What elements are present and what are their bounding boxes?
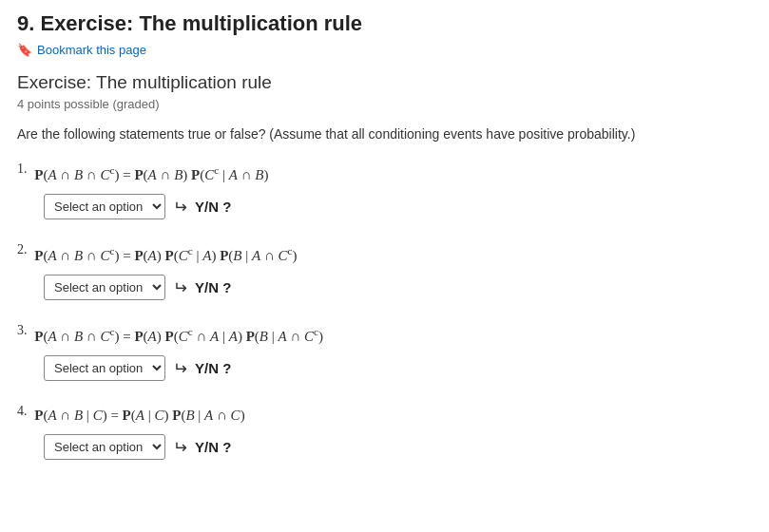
select-4[interactable]: Select an option True False xyxy=(44,434,165,460)
item-number-3: 3. xyxy=(17,323,28,338)
bookmark-label: Bookmark this page xyxy=(37,43,146,57)
answer-row-3: Select an option True False ↵ Y/N ? xyxy=(44,355,752,381)
item-number-2: 2. xyxy=(17,242,28,257)
exercise-item-3: 3. P(A ∩ B ∩ Cc) = P(A) P(Cc ∩ A | A) P(… xyxy=(17,323,752,381)
bookmark-icon: 🔖 xyxy=(17,43,32,57)
section-title: Exercise: The multiplication rule xyxy=(17,72,752,93)
answer-row-4: Select an option True False ↵ Y/N ? xyxy=(44,434,752,460)
item-number-1: 1. xyxy=(17,162,28,177)
instructions: Are the following statements true or fal… xyxy=(17,124,752,144)
answer-row-1: Select an option True False ↵ Y/N ? xyxy=(44,194,752,219)
yn-label-1: Y/N ? xyxy=(195,199,231,215)
exercise-item-1: 1. P(A ∩ B ∩ Cc) = P(A ∩ B) P(Cc | A ∩ B… xyxy=(17,162,752,219)
math-statement-4: P(A ∩ B | C) = P(A | C) P(B | A ∩ C) xyxy=(31,404,245,427)
exercise-item-2: 2. P(A ∩ B ∩ Cc) = P(A) P(Cc | A) P(B | … xyxy=(17,242,752,300)
select-1[interactable]: Select an option True False xyxy=(44,194,165,219)
yn-label-3: Y/N ? xyxy=(195,360,231,376)
exercise-item-4: 4. P(A ∩ B | C) = P(A | C) P(B | A ∩ C) … xyxy=(17,404,752,460)
item-number-4: 4. xyxy=(17,404,28,419)
select-2[interactable]: Select an option True False xyxy=(44,275,165,300)
arrow-icon-3: ↵ xyxy=(173,358,187,379)
yn-label-4: Y/N ? xyxy=(195,439,231,455)
math-statement-2: P(A ∩ B ∩ Cc) = P(A) P(Cc | A) P(B | A ∩… xyxy=(31,242,298,267)
arrow-icon-1: ↵ xyxy=(173,197,187,218)
exercise-list: 1. P(A ∩ B ∩ Cc) = P(A ∩ B) P(Cc | A ∩ B… xyxy=(17,162,752,460)
arrow-icon-4: ↵ xyxy=(173,437,187,458)
math-statement-1: P(A ∩ B ∩ Cc) = P(A ∩ B) P(Cc | A ∩ B) xyxy=(31,162,269,186)
points-label: 4 points possible (graded) xyxy=(17,97,752,111)
answer-row-2: Select an option True False ↵ Y/N ? xyxy=(44,275,752,300)
arrow-icon-2: ↵ xyxy=(173,277,187,298)
select-3[interactable]: Select an option True False xyxy=(44,355,165,381)
math-statement-3: P(A ∩ B ∩ Cc) = P(A) P(Cc ∩ A | A) P(B |… xyxy=(31,323,324,348)
bookmark-link[interactable]: 🔖 Bookmark this page xyxy=(17,43,146,57)
page-title: 9. Exercise: The multiplication rule xyxy=(17,11,752,36)
yn-label-2: Y/N ? xyxy=(195,279,231,295)
